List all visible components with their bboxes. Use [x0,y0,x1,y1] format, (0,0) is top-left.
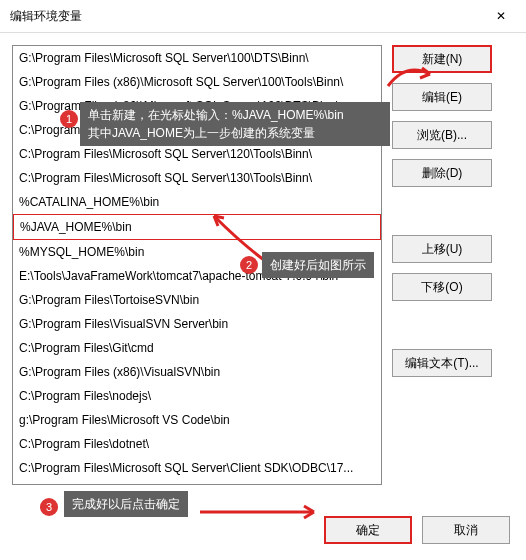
list-item[interactable]: C:\Program Files\dotnet\ [13,432,381,456]
list-item[interactable]: C:\Program Files (x86)\Microsoft Visual … [13,118,381,142]
movedown-button[interactable]: 下移(O) [392,273,492,301]
list-item[interactable]: G:\Program Files\TortoiseSVN\bin [13,288,381,312]
list-item[interactable]: C:\Program Files\Microsoft SQL Server\12… [13,142,381,166]
list-item[interactable]: C:\Program Files\Microsoft SQL Server\Cl… [13,456,381,480]
ok-button[interactable]: 确定 [324,516,412,544]
list-item[interactable]: C:\Program Files\Git\cmd [13,336,381,360]
list-item[interactable]: %M2_HOME%\bin [13,480,381,485]
badge-3: 3 [40,498,58,516]
list-item[interactable]: G:\Program Files\VisualSVN Server\bin [13,312,381,336]
list-item[interactable]: %CATALINA_HOME%\bin [13,190,381,214]
browse-button[interactable]: 浏览(B)... [392,121,492,149]
close-icon[interactable]: ✕ [486,6,516,26]
cancel-button[interactable]: 取消 [422,516,510,544]
list-item[interactable]: G:\Program Files (x86)\VisualSVN\bin [13,360,381,384]
list-item[interactable]: G:\Program Files\Microsoft SQL Server\10… [13,46,381,70]
list-item[interactable]: g:\Program Files\Microsoft VS Code\bin [13,408,381,432]
list-item[interactable]: %MYSQL_HOME%\bin [13,240,381,264]
edit-button[interactable]: 编辑(E) [392,83,492,111]
content: G:\Program Files\Microsoft SQL Server\10… [0,33,526,497]
moveup-button[interactable]: 上移(U) [392,235,492,263]
arrow-3 [196,500,326,524]
list-item[interactable]: G:\Program Files (x86)\Microsoft SQL Ser… [13,94,381,118]
list-item[interactable]: E:\Tools\JavaFrameWork\tomcat7\apache-to… [13,264,381,288]
list-item[interactable]: C:\Program Files\nodejs\ [13,384,381,408]
list-item[interactable]: G:\Program Files (x86)\Microsoft SQL Ser… [13,70,381,94]
new-button[interactable]: 新建(N) [392,45,492,73]
list-item[interactable]: C:\Program Files\Microsoft SQL Server\13… [13,166,381,190]
dialog-title: 编辑环境变量 [10,8,82,25]
list-item[interactable]: %JAVA_HOME%\bin [13,214,381,240]
edittext-button[interactable]: 编辑文本(T)... [392,349,492,377]
delete-button[interactable]: 删除(D) [392,159,492,187]
path-listbox[interactable]: G:\Program Files\Microsoft SQL Server\10… [12,45,382,485]
dialog-buttons: 确定 取消 [324,516,510,544]
button-column: 新建(N) 编辑(E) 浏览(B)... 删除(D) 上移(U) 下移(O) 编… [392,45,492,485]
titlebar: 编辑环境变量 ✕ [0,0,526,33]
